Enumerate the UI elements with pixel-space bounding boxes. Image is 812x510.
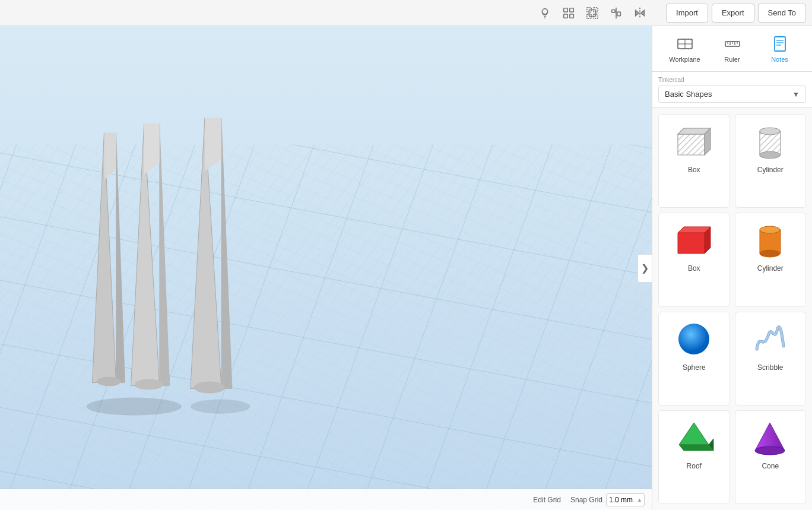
svg-point-32 [86,398,181,416]
panel-toggle-button[interactable]: ❯ [637,254,652,283]
svg-marker-15 [641,10,645,15]
snap-grid-control: Snap Grid ▲ [570,493,645,506]
viewport[interactable]: ❯ Edit Grid Snap Grid ▲ [0,26,652,510]
shape-library-dropdown[interactable]: Basic Shapes ▼ [658,85,806,103]
shape-canvas-roof-green [670,417,718,458]
svg-point-62 [760,250,780,257]
notes-tool-button[interactable]: Notes [756,31,804,66]
shape-canvas-scribble [747,318,794,360]
svg-point-23 [97,377,120,387]
shape-label-box-red: Box [688,264,700,273]
svg-point-33 [191,400,250,414]
shape-library-name: Basic Shapes [665,90,712,99]
group-icon-btn[interactable] [582,2,603,24]
shapes-grid: Box [652,108,812,510]
svg-rect-11 [612,9,616,12]
toolbar-icon-group [534,2,651,24]
svg-point-68 [755,446,785,455]
svg-point-31 [194,382,225,394]
snap-grid-label: Snap Grid [570,496,602,504]
notes-tool-label: Notes [771,56,788,63]
notes-icon [770,34,789,53]
ruler-tool-label: Ruler [724,56,740,63]
shape-select-icon-btn[interactable] [558,2,579,24]
shape-canvas-cone-purple [747,417,794,458]
send-to-button[interactable]: Send To [758,4,806,23]
shape-selector: Tinkercad Basic Shapes ▼ [652,72,812,108]
shape-label-box-gray: Box [688,166,700,174]
shape-canvas-cylinder-gray [747,121,794,162]
shape-item-box-gray[interactable]: Box [658,114,730,208]
panel-tools: Workplane Ruler [652,26,812,72]
workplane-tool-label: Workplane [669,56,700,63]
svg-rect-43 [775,37,785,51]
svg-point-55 [760,128,780,135]
shape-canvas-cylinder-orange [747,219,794,261]
shape-canvas-box-gray [670,121,718,162]
shape-item-cylinder-gray[interactable]: Cylinder [735,114,807,208]
export-button[interactable]: Export [712,4,754,23]
shape-label-sphere: Sphere [683,363,706,372]
shape-label-roof: Roof [687,462,702,470]
chevron-down-icon: ▼ [792,90,800,99]
shape-item-box-red[interactable]: Box [658,213,730,306]
shape-provider-label: Tinkercad [658,77,806,83]
bottom-bar: Edit Grid Snap Grid ▲ [0,489,652,510]
workplane-icon [675,34,694,53]
shape-canvas-box-red [670,219,718,261]
svg-rect-4 [570,14,573,17]
main-area: ❯ Edit Grid Snap Grid ▲ [0,26,812,510]
svg-marker-50 [678,134,705,155]
shape-label-scribble: Scribble [757,363,783,372]
svg-marker-65 [679,445,713,451]
svg-rect-2 [570,8,573,11]
svg-marker-57 [678,233,705,254]
shape-item-scribble[interactable]: Scribble [735,312,807,406]
grid-canvas[interactable]: ❯ Edit Grid Snap Grid ▲ [0,26,652,510]
mirror-icon-btn[interactable] [629,2,651,24]
shape-label-cone: Cone [762,462,779,470]
shape-item-roof-green[interactable]: Roof [658,410,730,504]
shape-item-cylinder-orange[interactable]: Cylinder [735,213,807,306]
shape-label-cylinder-orange: Cylinder [757,264,784,273]
svg-point-61 [760,226,780,233]
svg-point-63 [678,324,709,354]
top-toolbar: Import Export Send To [0,0,812,26]
svg-rect-1 [564,8,567,11]
svg-point-27 [135,379,163,390]
ruler-icon [723,34,742,53]
edit-grid-label[interactable]: Edit Grid [533,496,561,504]
svg-rect-3 [564,14,567,17]
shape-item-sphere-blue[interactable]: Sphere [658,312,730,406]
right-panel: Workplane Ruler [652,26,812,510]
svg-point-56 [760,151,780,159]
svg-marker-64 [679,423,709,445]
shape-canvas-sphere-blue [670,318,718,360]
ruler-tool-button[interactable]: Ruler [709,31,756,66]
shape-item-cone-purple[interactable]: Cone [735,410,807,504]
svg-rect-9 [589,9,596,16]
svg-marker-14 [636,10,639,15]
shape-label-cylinder-gray: Cylinder [757,166,784,174]
import-button[interactable]: Import [666,4,708,23]
align-icon-btn[interactable] [605,2,627,24]
lightbulb-icon-btn[interactable] [534,2,556,24]
workplane-tool-button[interactable]: Workplane [661,31,709,66]
svg-rect-12 [617,12,621,15]
